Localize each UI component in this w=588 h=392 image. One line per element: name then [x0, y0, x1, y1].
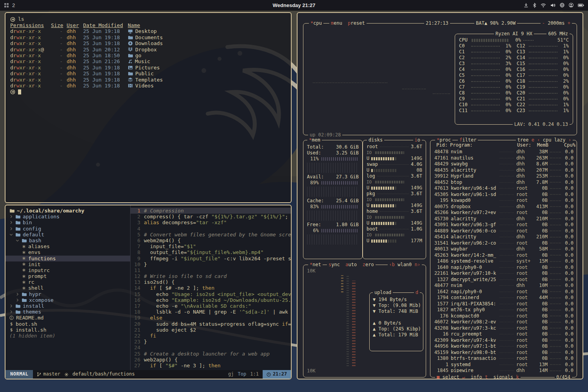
code-line[interactable]: 21 sudo eject $2 — [131, 327, 291, 333]
tree-item-aliases[interactable]: aliases — [5, 243, 130, 249]
tree-item-install[interactable]: install — [5, 303, 130, 309]
process-row[interactable]: 195kswapd0root0B0.0 — [431, 198, 576, 204]
process-row[interactable]: 44889kworker/u96:0-coroot0B0.0 — [431, 228, 576, 234]
process-row[interactable]: 43091kworker/u96:3-gfroot0B0.0 — [431, 222, 576, 228]
process-row[interactable]: 176kcompactd0root0B0.0 — [431, 313, 576, 319]
tree-item-config[interactable]: config — [5, 226, 130, 232]
code-line[interactable]: 27 if [ "$#" -ne 3 ]; then — [131, 363, 291, 368]
code-line[interactable]: 8 output_file="${input_file%.webm}.mp4" — [131, 249, 291, 255]
tree-item-init[interactable]: init — [5, 261, 130, 267]
tab-proc[interactable]: *proc — [435, 137, 452, 143]
process-row[interactable]: 40013waybardhh58M0.0 — [431, 246, 576, 252]
code-line[interactable]: 18 lsblk -d -o NAME | grep -E '^sd[a-z]'… — [131, 309, 291, 315]
tree-item-xcompose[interactable]: xcompose — [5, 297, 130, 303]
tree-item-bash[interactable]: bash — [5, 238, 130, 243]
code-line[interactable]: 19 else — [131, 315, 291, 321]
proc-view-tabs[interactable]: tree e ‹ cpu lazy › — [516, 137, 573, 143]
tree-item-README-md[interactable]: README.md — [5, 315, 130, 321]
tree-item-functions[interactable]: functions — [5, 256, 130, 261]
process-row[interactable]: 31541kworker/u96:2-coroot0B0.0 — [431, 240, 576, 247]
net-interface[interactable]: ‹b wlan0 n› — [388, 262, 422, 268]
process-row[interactable]: 45414alacrittydhh210M0.0 — [431, 234, 576, 240]
process-row[interactable]: 22161kworker/u97:10-kroot0B0.0 — [431, 270, 576, 277]
process-row[interactable]: 47613kworker/u96:4-sdroot0B0.0 — [431, 185, 576, 192]
process-row[interactable]: 46072kworker/u98:2-evroot0B0.0 — [431, 319, 576, 325]
process-row[interactable]: 1systemdroot13M0.0 — [431, 362, 576, 368]
code-line[interactable]: 6webm2mp4() { — [131, 238, 291, 243]
code-editor[interactable]: 1# Compression2compress() { tar -czf "${… — [130, 205, 291, 370]
network-icon[interactable] — [560, 3, 564, 7]
code-line[interactable]: 10} — [131, 261, 291, 267]
code-line[interactable]: 22 fi — [131, 333, 291, 339]
process-row[interactable]: 48435alacrittydhh207M0.0 — [431, 167, 576, 174]
tab-io[interactable]: io — [413, 137, 422, 143]
header-cpu[interactable]: Cpu% — [564, 142, 574, 148]
process-row[interactable]: 39912Hyprlanddhh253M0.0 — [431, 173, 576, 180]
code-line[interactable]: 11 — [131, 267, 291, 273]
tree-item-shell[interactable]: shell — [5, 285, 130, 291]
code-line[interactable]: 2compress() { tar -czf "${1%/}.tar.gz" "… — [131, 214, 291, 220]
workspace-indicator[interactable]: 2 — [12, 2, 15, 8]
process-row[interactable]: 1827mt76-tx phy0root0B0.0 — [431, 307, 576, 313]
tree-item-hypr[interactable]: hypr — [5, 291, 130, 297]
process-row[interactable]: 1486systemd-resolvesyst+15M0.0 — [431, 258, 576, 265]
code-line[interactable]: 26web2app() { — [131, 357, 291, 363]
process-row[interactable]: 43208kworker/u97:3-kcroot0B0.0 — [431, 325, 576, 332]
battery-icon[interactable] — [578, 4, 584, 7]
updates-icon[interactable] — [524, 3, 528, 7]
process-row[interactable]: 40075dropboxdhh413M0.0 — [431, 204, 576, 210]
proc-footer-keys[interactable]: ■ select ↵ info t signals k — [435, 374, 521, 379]
process-row[interactable]: 48452btopdhh7.8M0.0 — [431, 180, 576, 186]
process-row[interactable]: 1327dmcrypt_write/25root0B0.0 — [431, 277, 576, 283]
code-line[interactable]: 7 input_file="$1" — [131, 243, 291, 249]
header-memb[interactable]: MemB — [535, 142, 548, 148]
code-line[interactable]: 25# Create a desktop launcher for a web … — [131, 351, 291, 357]
code-line[interactable]: 15 echo "Usage: iso2sd <input_file> <out… — [131, 291, 291, 297]
prompt-line-empty[interactable] — [10, 89, 286, 95]
header-pid[interactable]: Pid: — [433, 142, 448, 148]
wifi-icon[interactable] — [541, 3, 546, 7]
tab-mem[interactable]: *mem — [307, 137, 322, 143]
net-panel-key[interactable]: d — [414, 290, 420, 296]
code-line[interactable]: 14 if [ $# -ne 2 ]; then — [131, 285, 291, 291]
process-row[interactable]: 42309kworker/u97:4-kvroot0B0.0 — [431, 338, 576, 344]
cpu-menu-tabs[interactable]: menu preset — [329, 20, 367, 26]
tree-item-applications[interactable]: applications — [5, 214, 130, 220]
bluetooth-icon[interactable] — [533, 3, 536, 8]
net-option-tabs[interactable]: sync auto zero — [327, 262, 376, 268]
process-row[interactable]: 48478nvimdhh38M0.0 — [431, 149, 576, 155]
tree-item-prompt[interactable]: prompt — [5, 273, 130, 279]
process-row[interactable]: 1577irq/81-PIXA3854:root0B0.0 — [431, 301, 576, 307]
volume-icon[interactable] — [550, 3, 555, 7]
update-interval[interactable]: - 2000ms + — [541, 20, 572, 26]
tree-item-bin[interactable]: bin — [5, 220, 130, 225]
tree-item-default[interactable]: default — [5, 232, 130, 238]
process-row[interactable]: 1640napi/phy0-0root0B0.0 — [431, 265, 576, 271]
process-row[interactable]: 1845pipewiredhh14M0.0 — [431, 368, 576, 372]
process-row[interactable]: 45266kworker/u97:2+evroot0B0.0 — [431, 210, 576, 216]
tree-item-rc[interactable]: rc — [5, 279, 130, 285]
code-line[interactable]: 16 echo "Example: iso2sd ~/Downloads/ubu… — [131, 297, 291, 303]
process-row[interactable]: 1642napi/phy0-0root0B0.0 — [431, 289, 576, 295]
clock[interactable]: Wednesday 21:27 — [0, 2, 588, 8]
code-line[interactable]: 13iso2sd() { — [131, 279, 291, 285]
code-line[interactable]: 1# Compression — [131, 208, 291, 214]
tree-item-inputrc[interactable]: inputrc — [5, 267, 130, 273]
tree-item-envs[interactable]: envs — [5, 249, 130, 255]
code-line[interactable]: 5# Convert webm files generated by the G… — [131, 232, 291, 238]
user-icon[interactable] — [569, 3, 573, 7]
code-line[interactable]: 20 sudo dd bs=4M status=progress oflag=s… — [131, 321, 291, 327]
tree-item-install-sh[interactable]: $install.sh — [5, 327, 130, 333]
process-row[interactable]: 45305kworker/u96:1-sdroot0B0.0 — [431, 192, 576, 198]
tab-net[interactable]: *net — [308, 262, 323, 268]
process-row[interactable]: 48429swaybgdhh8.6M0.0 — [431, 161, 576, 167]
code-line[interactable]: 4 — [131, 226, 291, 232]
process-row[interactable]: 45730alacrittydhh210M0.0 — [431, 216, 576, 222]
code-line[interactable]: 9 ffmpeg -i "$input_file" -c:v libx264 -… — [131, 256, 291, 261]
process-row[interactable]: 1380btrfs-transactioroot0B0.0 — [431, 356, 576, 362]
tree-item-themes[interactable]: themes — [5, 309, 130, 315]
tab-disks[interactable]: disks — [367, 137, 384, 143]
proc-filter-tab[interactable]: filter — [458, 137, 478, 143]
code-line[interactable]: 23} — [131, 339, 291, 345]
process-row[interactable]: 16rcu_preemptroot0B0.0 — [431, 331, 576, 338]
